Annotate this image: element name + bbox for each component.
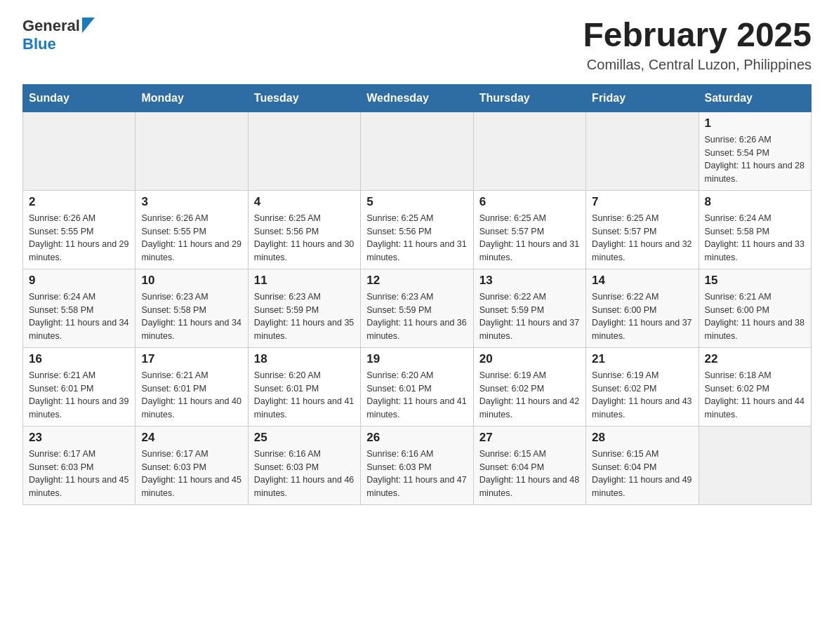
location-title: Comillas, Central Luzon, Philippines — [583, 57, 812, 73]
day-info: Sunrise: 6:26 AMSunset: 5:55 PMDaylight:… — [141, 212, 241, 264]
day-info: Sunrise: 6:24 AMSunset: 5:58 PMDaylight:… — [705, 212, 805, 264]
header-sunday: Sunday — [23, 84, 135, 112]
day-info: Sunrise: 6:26 AMSunset: 5:54 PMDaylight:… — [705, 133, 805, 186]
day-number: 11 — [254, 274, 355, 288]
day-number: 6 — [479, 195, 580, 209]
logo-general-text: General — [22, 17, 80, 35]
day-number: 13 — [479, 274, 580, 288]
header-wednesday: Wednesday — [361, 84, 473, 112]
day-info: Sunrise: 6:16 AMSunset: 6:03 PMDaylight:… — [254, 448, 355, 500]
table-row: 18Sunrise: 6:20 AMSunset: 6:01 PMDayligh… — [248, 347, 360, 426]
day-number: 24 — [141, 431, 241, 445]
table-row — [361, 112, 473, 190]
day-info: Sunrise: 6:25 AMSunset: 5:57 PMDaylight:… — [592, 212, 692, 264]
logo: General Blue — [22, 17, 95, 53]
day-info: Sunrise: 6:23 AMSunset: 5:59 PMDaylight:… — [366, 290, 467, 343]
day-number: 2 — [29, 195, 129, 209]
day-info: Sunrise: 6:23 AMSunset: 5:58 PMDaylight:… — [141, 290, 241, 343]
table-row: 19Sunrise: 6:20 AMSunset: 6:01 PMDayligh… — [361, 347, 473, 426]
table-row: 15Sunrise: 6:21 AMSunset: 6:00 PMDayligh… — [699, 269, 811, 347]
day-info: Sunrise: 6:21 AMSunset: 6:00 PMDaylight:… — [705, 290, 805, 343]
day-number: 16 — [29, 352, 129, 366]
day-number: 18 — [254, 352, 355, 366]
calendar-week-row: 1Sunrise: 6:26 AMSunset: 5:54 PMDaylight… — [23, 112, 812, 190]
table-row: 7Sunrise: 6:25 AMSunset: 5:57 PMDaylight… — [586, 190, 699, 269]
day-number: 25 — [254, 431, 355, 445]
table-row: 28Sunrise: 6:15 AMSunset: 6:04 PMDayligh… — [586, 426, 699, 504]
header-monday: Monday — [135, 84, 248, 112]
table-row: 2Sunrise: 6:26 AMSunset: 5:55 PMDaylight… — [23, 190, 135, 269]
day-info: Sunrise: 6:25 AMSunset: 5:56 PMDaylight:… — [254, 212, 355, 264]
day-info: Sunrise: 6:16 AMSunset: 6:03 PMDaylight:… — [366, 448, 467, 500]
day-info: Sunrise: 6:15 AMSunset: 6:04 PMDaylight:… — [592, 448, 692, 500]
table-row: 16Sunrise: 6:21 AMSunset: 6:01 PMDayligh… — [23, 347, 135, 426]
table-row: 12Sunrise: 6:23 AMSunset: 5:59 PMDayligh… — [361, 269, 473, 347]
day-info: Sunrise: 6:24 AMSunset: 5:58 PMDaylight:… — [29, 290, 129, 343]
logo-blue-text: Blue — [22, 35, 56, 53]
day-number: 15 — [705, 274, 805, 288]
table-row: 1Sunrise: 6:26 AMSunset: 5:54 PMDaylight… — [699, 112, 811, 190]
table-row: 3Sunrise: 6:26 AMSunset: 5:55 PMDaylight… — [135, 190, 248, 269]
day-info: Sunrise: 6:20 AMSunset: 6:01 PMDaylight:… — [366, 369, 467, 422]
title-section: February 2025 Comillas, Central Luzon, P… — [583, 17, 812, 73]
table-row: 10Sunrise: 6:23 AMSunset: 5:58 PMDayligh… — [135, 269, 248, 347]
day-number: 10 — [141, 274, 241, 288]
day-number: 1 — [705, 116, 805, 130]
day-info: Sunrise: 6:25 AMSunset: 5:57 PMDaylight:… — [479, 212, 580, 264]
day-info: Sunrise: 6:22 AMSunset: 6:00 PMDaylight:… — [592, 290, 692, 343]
day-info: Sunrise: 6:21 AMSunset: 6:01 PMDaylight:… — [29, 369, 129, 422]
calendar-header-row: Sunday Monday Tuesday Wednesday Thursday… — [23, 84, 812, 112]
day-info: Sunrise: 6:21 AMSunset: 6:01 PMDaylight:… — [141, 369, 241, 422]
page-header: General Blue February 2025 Comillas, Cen… — [22, 17, 812, 73]
table-row: 11Sunrise: 6:23 AMSunset: 5:59 PMDayligh… — [248, 269, 360, 347]
table-row: 26Sunrise: 6:16 AMSunset: 6:03 PMDayligh… — [361, 426, 473, 504]
day-number: 7 — [592, 195, 692, 209]
svg-marker-0 — [82, 18, 95, 33]
table-row: 4Sunrise: 6:25 AMSunset: 5:56 PMDaylight… — [248, 190, 360, 269]
table-row: 13Sunrise: 6:22 AMSunset: 5:59 PMDayligh… — [473, 269, 585, 347]
table-row — [135, 112, 248, 190]
table-row — [23, 112, 135, 190]
table-row: 24Sunrise: 6:17 AMSunset: 6:03 PMDayligh… — [135, 426, 248, 504]
table-row: 21Sunrise: 6:19 AMSunset: 6:02 PMDayligh… — [586, 347, 699, 426]
day-info: Sunrise: 6:15 AMSunset: 6:04 PMDaylight:… — [479, 448, 580, 500]
table-row: 25Sunrise: 6:16 AMSunset: 6:03 PMDayligh… — [248, 426, 360, 504]
day-number: 28 — [592, 431, 692, 445]
table-row: 5Sunrise: 6:25 AMSunset: 5:56 PMDaylight… — [361, 190, 473, 269]
day-number: 3 — [141, 195, 241, 209]
day-info: Sunrise: 6:23 AMSunset: 5:59 PMDaylight:… — [254, 290, 355, 343]
table-row: 9Sunrise: 6:24 AMSunset: 5:58 PMDaylight… — [23, 269, 135, 347]
table-row: 14Sunrise: 6:22 AMSunset: 6:00 PMDayligh… — [586, 269, 699, 347]
header-friday: Friday — [586, 84, 699, 112]
day-number: 26 — [366, 431, 467, 445]
table-row: 6Sunrise: 6:25 AMSunset: 5:57 PMDaylight… — [473, 190, 585, 269]
table-row: 8Sunrise: 6:24 AMSunset: 5:58 PMDaylight… — [699, 190, 811, 269]
day-info: Sunrise: 6:18 AMSunset: 6:02 PMDaylight:… — [705, 369, 805, 422]
month-title: February 2025 — [583, 17, 812, 54]
day-number: 22 — [705, 352, 805, 366]
day-info: Sunrise: 6:19 AMSunset: 6:02 PMDaylight:… — [479, 369, 580, 422]
day-number: 5 — [366, 195, 467, 209]
table-row: 17Sunrise: 6:21 AMSunset: 6:01 PMDayligh… — [135, 347, 248, 426]
header-saturday: Saturday — [699, 84, 811, 112]
day-number: 9 — [29, 274, 129, 288]
day-info: Sunrise: 6:17 AMSunset: 6:03 PMDaylight:… — [141, 448, 241, 500]
table-row — [473, 112, 585, 190]
day-number: 8 — [705, 195, 805, 209]
table-row: 23Sunrise: 6:17 AMSunset: 6:03 PMDayligh… — [23, 426, 135, 504]
table-row — [586, 112, 699, 190]
calendar-week-row: 23Sunrise: 6:17 AMSunset: 6:03 PMDayligh… — [23, 426, 812, 504]
table-row: 20Sunrise: 6:19 AMSunset: 6:02 PMDayligh… — [473, 347, 585, 426]
day-number: 21 — [592, 352, 692, 366]
day-info: Sunrise: 6:22 AMSunset: 5:59 PMDaylight:… — [479, 290, 580, 343]
day-info: Sunrise: 6:17 AMSunset: 6:03 PMDaylight:… — [29, 448, 129, 500]
header-thursday: Thursday — [473, 84, 585, 112]
table-row — [248, 112, 360, 190]
table-row: 22Sunrise: 6:18 AMSunset: 6:02 PMDayligh… — [699, 347, 811, 426]
day-number: 23 — [29, 431, 129, 445]
day-info: Sunrise: 6:20 AMSunset: 6:01 PMDaylight:… — [254, 369, 355, 422]
header-tuesday: Tuesday — [248, 84, 360, 112]
calendar-week-row: 16Sunrise: 6:21 AMSunset: 6:01 PMDayligh… — [23, 347, 812, 426]
day-info: Sunrise: 6:19 AMSunset: 6:02 PMDaylight:… — [592, 369, 692, 422]
day-info: Sunrise: 6:26 AMSunset: 5:55 PMDaylight:… — [29, 212, 129, 264]
